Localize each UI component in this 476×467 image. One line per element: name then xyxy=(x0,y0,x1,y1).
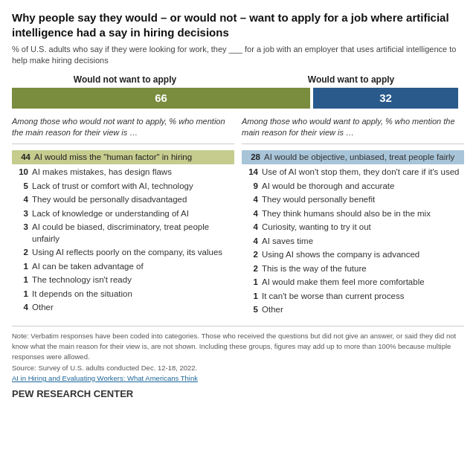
right-row-num-6: 4 xyxy=(242,236,258,248)
left-row-text-10: Other xyxy=(32,302,54,314)
left-row-num-9: 1 xyxy=(12,289,28,300)
right-row-1: 14Use of AI won't stop them, they don't … xyxy=(242,167,464,178)
left-row-1: 10AI makes mistakes, has design flaws xyxy=(12,167,234,178)
right-row-text-2: AI would be thorough and accurate xyxy=(262,181,394,193)
right-row-num-5: 4 xyxy=(242,222,258,234)
right-row-num-10: 1 xyxy=(242,291,258,303)
right-row-7: 2Using AI shows the company is advanced xyxy=(242,249,464,261)
chart-title: Why people say they would – or would not… xyxy=(12,10,464,39)
right-row-0: 28AI would be objective, unbiased, treat… xyxy=(242,150,464,165)
left-row-0: 44AI would miss the "human factor" in hi… xyxy=(12,150,234,165)
right-row-num-8: 2 xyxy=(242,263,258,275)
bar-container: 66 32 xyxy=(12,88,464,109)
bar-left: 66 xyxy=(12,88,310,109)
left-row-num-0: 44 xyxy=(14,152,30,164)
right-row-text-1: Use of AI won't stop them, they don't ca… xyxy=(262,167,459,178)
footnote: Note: Verbatim responses have been coded… xyxy=(12,326,464,384)
right-row-2: 9AI would be thorough and accurate xyxy=(242,181,464,193)
right-row-text-4: They think humans should also be in the … xyxy=(262,208,431,220)
left-column: Among those who would not want to apply,… xyxy=(12,116,234,318)
right-row-num-2: 9 xyxy=(242,181,258,193)
right-col-header: Among those who would want to apply, % w… xyxy=(242,116,464,144)
right-row-6: 4AI saves time xyxy=(242,236,464,248)
left-row-num-10: 4 xyxy=(12,302,28,314)
footnote-text: Note: Verbatim responses have been coded… xyxy=(12,332,456,361)
right-row-text-7: Using AI shows the company is advanced xyxy=(262,249,419,261)
right-row-text-11: Other xyxy=(262,304,283,316)
left-row-text-3: They would be personally disadvantaged xyxy=(32,194,187,206)
left-row-text-7: AI can be taken advantage of xyxy=(32,261,144,273)
left-row-6: 2Using AI reflects poorly on the company… xyxy=(12,247,234,259)
left-row-text-2: Lack of trust or comfort with AI, techno… xyxy=(32,181,193,193)
left-row-text-6: Using AI reflects poorly on the company,… xyxy=(32,247,222,259)
left-row-5: 3AI could be biased, discriminatory, tre… xyxy=(12,222,234,245)
left-row-num-4: 3 xyxy=(12,208,28,220)
right-row-num-0: 28 xyxy=(244,152,260,164)
right-row-text-6: AI saves time xyxy=(262,236,313,248)
right-row-5: 4Curiosity, wanting to try it out xyxy=(242,222,464,234)
source-link[interactable]: AI in Hiring and Evaluating Workers: Wha… xyxy=(12,374,198,382)
right-row-8: 2This is the way of the future xyxy=(242,263,464,275)
right-row-10: 1It can't be worse than current process xyxy=(242,291,464,303)
left-row-4: 3Lack of knowledge or understanding of A… xyxy=(12,208,234,220)
right-row-4: 4They think humans should also be in the… xyxy=(242,208,464,220)
left-row-num-5: 3 xyxy=(12,222,28,234)
right-row-num-9: 1 xyxy=(242,277,258,289)
right-row-3: 4They would personally benefit xyxy=(242,194,464,206)
left-row-8: 1The technology isn't ready xyxy=(12,274,234,286)
left-row-num-6: 2 xyxy=(12,247,28,259)
bar-label-right: Would want to apply xyxy=(238,74,464,86)
pew-logo: PEW RESEARCH CENTER xyxy=(12,388,464,399)
left-row-3: 4They would be personally disadvantaged xyxy=(12,194,234,206)
left-row-2: 5Lack of trust or comfort with AI, techn… xyxy=(12,181,234,193)
right-row-text-0: AI would be objective, unbiased, treat p… xyxy=(264,152,454,164)
left-row-num-2: 5 xyxy=(12,181,28,193)
right-row-num-11: 5 xyxy=(242,304,258,316)
left-row-num-3: 4 xyxy=(12,194,28,206)
right-row-text-3: They would personally benefit xyxy=(262,194,375,206)
left-row-num-7: 1 xyxy=(12,261,28,273)
right-row-text-10: It can't be worse than current process xyxy=(262,291,404,303)
right-row-9: 1AI would make them feel more comfortabl… xyxy=(242,277,464,289)
left-row-7: 1AI can be taken advantage of xyxy=(12,261,234,273)
left-row-text-0: AI would miss the "human factor" in hiri… xyxy=(34,152,192,164)
left-col-header: Among those who would not want to apply,… xyxy=(12,116,234,144)
left-row-10: 4Other xyxy=(12,302,234,314)
bar-right: 32 xyxy=(313,88,458,109)
left-row-9: 1It depends on the situation xyxy=(12,289,234,300)
left-row-text-1: AI makes mistakes, has design flaws xyxy=(32,167,172,178)
left-row-text-9: It depends on the situation xyxy=(32,289,132,300)
left-row-text-4: Lack of knowledge or understanding of AI xyxy=(32,208,189,220)
bar-label-row: Would not want to apply Would want to ap… xyxy=(12,74,464,86)
right-row-num-7: 2 xyxy=(242,249,258,261)
left-row-text-5: AI could be biased, discriminatory, trea… xyxy=(32,222,234,245)
left-row-num-1: 10 xyxy=(12,167,28,178)
chart-subtitle: % of U.S. adults who say if they were lo… xyxy=(12,44,464,67)
bar-label-left: Would not want to apply xyxy=(12,74,238,86)
right-row-text-5: Curiosity, wanting to try it out xyxy=(262,222,371,234)
right-row-num-3: 4 xyxy=(242,194,258,206)
right-column: Among those who would want to apply, % w… xyxy=(242,116,464,318)
left-row-text-8: The technology isn't ready xyxy=(32,274,132,286)
right-row-num-1: 14 xyxy=(242,167,258,178)
right-row-11: 5Other xyxy=(242,304,464,316)
right-row-text-9: AI would make them feel more comfortable xyxy=(262,277,425,289)
source-text: Source: Survey of U.S. adults conducted … xyxy=(12,364,197,372)
right-row-text-8: This is the way of the future xyxy=(262,263,367,275)
right-row-num-4: 4 xyxy=(242,208,258,220)
columns: Among those who would not want to apply,… xyxy=(12,116,464,318)
left-row-num-8: 1 xyxy=(12,274,28,286)
